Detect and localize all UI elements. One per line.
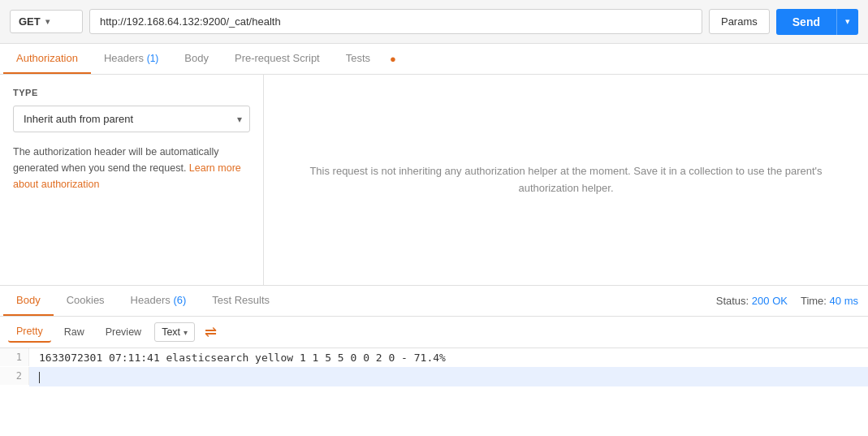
time-display: Time: 40 ms [801, 295, 858, 307]
send-button[interactable]: Send [776, 9, 836, 35]
response-tab-test-results[interactable]: Test Results [199, 286, 283, 316]
format-type-select[interactable]: Text ▾ [154, 322, 195, 342]
response-tab-body[interactable]: Body [3, 286, 54, 316]
response-tab-headers[interactable]: Headers (6) [118, 286, 200, 316]
tab-authorization[interactable]: Authorization [3, 44, 91, 74]
auth-right-panel: This request is not inheriting any autho… [264, 75, 868, 285]
format-select-chevron-icon: ▾ [184, 328, 188, 337]
type-select-wrapper: Inherit auth from parent No Auth Bearer … [13, 106, 250, 132]
code-line-2: 2 [0, 367, 868, 386]
wrap-icon[interactable]: ⇌ [205, 323, 217, 341]
auth-type-select[interactable]: Inherit auth from parent No Auth Bearer … [13, 106, 250, 132]
line-number-2: 2 [0, 367, 29, 385]
url-input[interactable] [89, 9, 702, 34]
line-number-1: 1 [0, 348, 29, 366]
auth-info-message: This request is not inheriting any autho… [280, 163, 852, 197]
line-content-2 [29, 367, 868, 386]
tab-tests[interactable]: Tests [333, 44, 383, 74]
status-label: Status: 200 OK [716, 295, 788, 307]
code-line-1: 1 1633072301 07:11:41 elasticsearch yell… [0, 348, 868, 367]
format-tab-preview[interactable]: Preview [97, 322, 149, 342]
auth-info-text: The authorization header will be automat… [13, 144, 250, 192]
response-tabs-row: Body Cookies Headers (6) Test Results St… [0, 286, 868, 317]
main-area: TYPE Inherit auth from parent No Auth Be… [0, 75, 868, 286]
send-dropdown-button[interactable]: ▾ [836, 9, 858, 35]
tab-headers[interactable]: Headers (1) [91, 44, 171, 74]
method-chevron-icon: ▾ [45, 17, 50, 26]
format-tab-pretty[interactable]: Pretty [8, 322, 51, 343]
tab-pre-request-script[interactable]: Pre-request Script [222, 44, 333, 74]
response-tab-cookies[interactable]: Cookies [54, 286, 118, 316]
method-select[interactable]: GET ▾ [10, 10, 83, 33]
auth-left-panel: TYPE Inherit auth from parent No Auth Be… [0, 75, 264, 285]
format-row: Pretty Raw Preview Text ▾ ⇌ [0, 317, 868, 348]
tab-overflow-indicator: ● [383, 45, 403, 73]
format-tab-raw[interactable]: Raw [56, 322, 93, 342]
params-button[interactable]: Params [709, 9, 770, 34]
type-label: TYPE [13, 88, 250, 97]
method-label: GET [19, 15, 41, 28]
top-bar: GET ▾ Params Send ▾ [0, 0, 868, 44]
line-content-1: 1633072301 07:11:41 elasticsearch yellow… [29, 348, 868, 367]
request-tabs-row: Authorization Headers (1) Body Pre-reque… [0, 44, 868, 75]
send-button-group: Send ▾ [776, 9, 858, 35]
code-area: 1 1633072301 07:11:41 elasticsearch yell… [0, 348, 868, 386]
response-meta: Status: 200 OK Time: 40 ms [716, 295, 865, 307]
cursor-blink [39, 372, 40, 383]
tab-body[interactable]: Body [171, 44, 222, 74]
